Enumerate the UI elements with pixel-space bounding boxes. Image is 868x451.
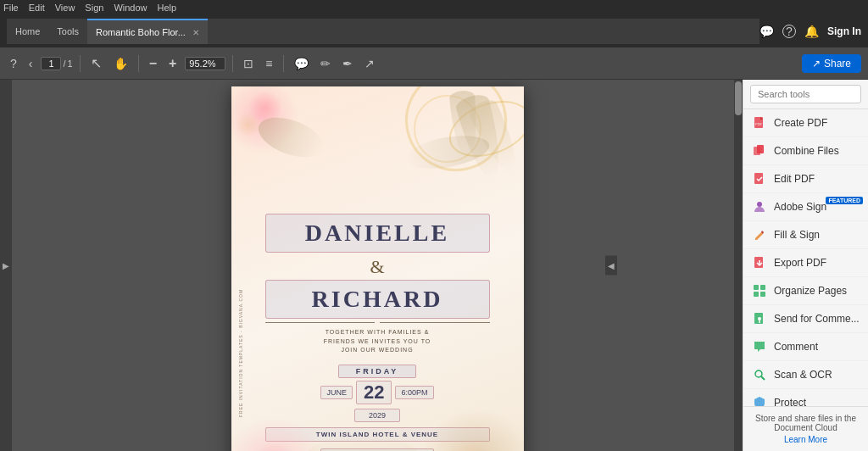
help-icon[interactable]: ? [782, 25, 796, 38]
comment-label: Comment [774, 341, 860, 353]
scrollbar-thumb[interactable] [735, 81, 742, 115]
separator-3 [232, 55, 233, 72]
send-comment-label: Send for Comme... [774, 313, 860, 325]
menu-edit[interactable]: Edit [29, 3, 45, 13]
share-label: Share [824, 58, 851, 70]
document-area[interactable]: FREE INVITATION TEMPLATES - BIGVANA.COM … [12, 80, 743, 451]
tab-tools[interactable]: Tools [48, 19, 87, 44]
invitation-ampersand: & [265, 256, 490, 278]
zoom-in-button[interactable]: + [165, 54, 180, 73]
right-panel-footer: Store and share files in the Document Cl… [743, 406, 868, 451]
combine-files-label: Combine Files [774, 145, 860, 157]
organize-pages-label: Organize Pages [774, 285, 860, 297]
share-icon: ↗ [812, 58, 821, 70]
sign-in-button[interactable]: Sign In [827, 25, 861, 37]
fill-sign-icon [752, 227, 767, 242]
comment-button[interactable]: 💬 [291, 55, 312, 72]
zoom-out-button[interactable]: − [146, 54, 160, 73]
main-content: ▶ FREE INVITATION TEMPLATES - BIGV [0, 80, 868, 451]
share-arrow-button[interactable]: ↗ [361, 55, 378, 72]
chat-icon[interactable]: 💬 [760, 25, 774, 38]
prev-page-button[interactable]: ‹ [25, 55, 36, 72]
svg-rect-8 [760, 285, 765, 290]
edit-pdf-label: Edit PDF [774, 173, 860, 185]
help-button[interactable]: ? [7, 55, 20, 72]
bottom-flowers [231, 400, 524, 451]
tool-export-pdf[interactable]: Export PDF [743, 249, 868, 277]
tab-home[interactable]: Home [7, 19, 48, 44]
tool-edit-pdf[interactable]: Edit PDF [743, 165, 868, 193]
svg-rect-10 [760, 292, 765, 297]
share-button[interactable]: ↗ Share [802, 54, 861, 73]
page-input[interactable] [41, 57, 61, 70]
menu-file[interactable]: File [3, 3, 19, 13]
signature-button[interactable]: ✒ [339, 55, 356, 72]
svg-rect-9 [754, 292, 759, 297]
scan-ocr-icon [752, 367, 767, 382]
divider-left [265, 322, 376, 323]
svg-point-13 [755, 370, 762, 377]
menu-window[interactable]: Window [114, 3, 147, 13]
left-panel: ▶ [0, 80, 12, 451]
tool-comment[interactable]: Comment [743, 333, 868, 361]
invitation-name2: RICHARD [275, 286, 481, 313]
export-pdf-icon [752, 255, 767, 270]
tool-organize-pages[interactable]: Organize Pages [743, 277, 868, 305]
tool-create-pdf[interactable]: PDF Create PDF [743, 109, 868, 137]
adobe-sign-icon [752, 199, 767, 214]
divider-right [380, 322, 490, 323]
flower-2 [236, 112, 261, 137]
tab-home-label: Home [15, 26, 40, 36]
create-pdf-label: Create PDF [774, 117, 860, 129]
hand-tool-button[interactable]: ✋ [110, 55, 131, 72]
separator-2 [138, 55, 139, 72]
page-separator: / [63, 58, 65, 69]
svg-point-12 [758, 317, 761, 320]
toolbar: ? ‹ / 1 ↖ ✋ − + ⊡ ≡ 💬 ✏ ✒ ↗ ↗ Share [0, 47, 868, 80]
tool-fill-sign[interactable]: Fill & Sign [743, 221, 868, 249]
left-collapse-arrow[interactable]: ▶ [3, 261, 9, 270]
app-header: Home Tools Romantic Boho Flor... ✕ 💬 ? 🔔… [0, 15, 868, 47]
tab-close-icon[interactable]: ✕ [192, 28, 199, 37]
menu-view[interactable]: View [55, 3, 75, 13]
tool-protect[interactable]: Protect [743, 389, 868, 406]
name2-box: RICHARD [265, 280, 490, 319]
tools-list: PDF Create PDF Combine Files Edit PDF [743, 109, 868, 406]
page-view-button[interactable]: ⊡ [240, 55, 257, 72]
name1-box: DANIELLE [265, 214, 490, 253]
tool-combine-files[interactable]: Combine Files [743, 137, 868, 165]
menu-bar: File Edit View Sign Window Help [0, 0, 868, 15]
page-nav: / 1 [41, 57, 72, 70]
invitation-document: FREE INVITATION TEMPLATES - BIGVANA.COM … [231, 86, 524, 451]
cursor-tool-button[interactable]: ↖ [87, 53, 105, 73]
menu-help[interactable]: Help [158, 3, 177, 13]
featured-badge: FEATURED [826, 197, 863, 204]
invitation-friday: FRIDAY [265, 362, 490, 381]
document-scrollbar[interactable] [734, 80, 743, 451]
tab-bar: Home Tools Romantic Boho Flor... ✕ [7, 19, 760, 44]
comment-tool-icon [752, 339, 767, 354]
page-total: 1 [68, 58, 73, 69]
learn-more-link[interactable]: Learn More [752, 435, 860, 444]
send-comment-icon [752, 311, 767, 326]
scan-ocr-label: Scan & OCR [774, 369, 860, 381]
pen-button[interactable]: ✏ [317, 55, 334, 72]
tool-adobe-sign[interactable]: Adobe Sign FEATURED [743, 193, 868, 221]
invitation-time: 6:00PM [395, 386, 433, 399]
search-tools-input[interactable] [750, 85, 861, 103]
export-pdf-label: Export PDF [774, 257, 860, 269]
tab-tools-label: Tools [57, 26, 79, 36]
fill-sign-label: Fill & Sign [774, 229, 860, 241]
scroll-mode-button[interactable]: ≡ [262, 55, 275, 72]
tool-send-comment[interactable]: Send for Comme... [743, 305, 868, 333]
zoom-input[interactable] [185, 57, 225, 70]
right-collapse-arrow[interactable]: ◀ [605, 256, 617, 276]
tool-scan-ocr[interactable]: Scan & OCR [743, 361, 868, 389]
svg-point-5 [757, 202, 762, 207]
protect-label: Protect [774, 397, 860, 406]
tab-document[interactable]: Romantic Boho Flor... ✕ [87, 19, 208, 44]
invitation-tagline: TOGETHER WITH FAMILIES & FRIENDS WE INVI… [265, 328, 490, 355]
menu-sign[interactable]: Sign [85, 3, 103, 13]
combine-files-icon [752, 143, 767, 159]
notification-icon[interactable]: 🔔 [804, 25, 819, 38]
